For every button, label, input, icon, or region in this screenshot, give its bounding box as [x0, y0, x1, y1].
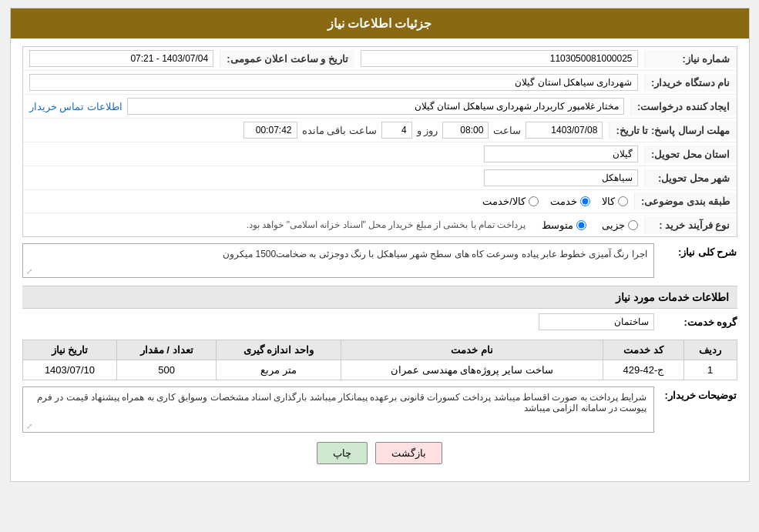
shahr-input[interactable]	[484, 169, 638, 186]
chap-button[interactable]: چاپ	[317, 442, 368, 464]
ejadkonande-row: ایجاد کننده درخواست: اطلاعات تماس خریدار	[23, 95, 737, 119]
radio-kala-label: کالا	[602, 196, 615, 207]
button-group: بازگشت چاپ	[22, 433, 737, 473]
sharh-section: شرح کلی نیاز: اجرا رنگ آمیزی خطوط عابر پ…	[22, 243, 737, 278]
rooz-input[interactable]	[381, 122, 412, 139]
shahr-row: شهر محل تحویل:	[23, 166, 737, 190]
radio-kala-input[interactable]	[618, 196, 628, 206]
shomare-niaz-input[interactable]	[361, 50, 638, 67]
radio-motavasset-label: متوسط	[542, 219, 573, 231]
radio-jazei: جزیی	[602, 219, 638, 231]
garoh-input[interactable]	[539, 313, 654, 330]
ejadkonande-input[interactable]	[127, 98, 624, 115]
table-header-row: ردیف کد خدمت نام خدمت واحد اندازه گیری ت…	[22, 340, 737, 360]
ostand-label: استان محل تحویل:	[644, 146, 737, 163]
shomare-row: شماره نیاز: تاریخ و ساعت اعلان عمومی:	[23, 47, 737, 71]
cell-kod: ج-42-429	[603, 360, 684, 380]
tabaqe-row: طبقه بندی موضوعی: کالا خدمت	[23, 190, 737, 213]
cell-nam: ساخت سایر پروژه‌های مهندسی عمران	[341, 360, 603, 380]
radio-kala-khadamat: کالا/خدمت	[482, 196, 539, 207]
radio-motavasset: متوسط	[542, 219, 586, 231]
saat-input[interactable]	[442, 122, 489, 139]
resize-icon: ⤢	[26, 267, 32, 276]
process-type-row: جزیی متوسط پرداخت تمام یا بخشی از مبلغ خ…	[29, 219, 638, 231]
noe-farayand-label: نوع فرآیند خرید :	[644, 216, 737, 234]
sharh-text: اجرا رنگ آمیزی خطوط عابر پیاده وسرعت کاه…	[223, 249, 646, 259]
ostand-value	[23, 142, 644, 166]
col-vahed: واحد اندازه گیری	[216, 340, 341, 360]
table-row: 1 ج-42-429 ساخت سایر پروژه‌های مهندسی عم…	[22, 360, 737, 380]
tabaqe-radio-group: کالا خدمت کالا/خدمت	[29, 196, 628, 207]
bazgasht-button[interactable]: بازگشت	[375, 442, 442, 464]
info-section: شماره نیاز: تاریخ و ساعت اعلان عمومی: نا…	[22, 46, 737, 237]
table-head: ردیف کد خدمت نام خدمت واحد اندازه گیری ت…	[22, 340, 737, 360]
noe-farayand-value: جزیی متوسط پرداخت تمام یا بخشی از مبلغ خ…	[23, 216, 644, 234]
col-tedad: تعداد / مقدار	[117, 340, 216, 360]
garoh-row: گروه خدمت:	[22, 309, 737, 335]
tozihat-box: شرایط پرداخت به صورت اقساط میباشد پرداخت…	[22, 386, 654, 433]
radio-jazei-label: جزیی	[602, 219, 625, 231]
tarikh-saat-elan-value	[23, 47, 220, 70]
ostand-input[interactable]	[484, 146, 638, 162]
cell-tarikh: 1403/07/10	[22, 360, 117, 380]
page-title: جزئیات اطلاعات نیاز	[11, 8, 749, 38]
noe-farayand-note: پرداخت تمام یا بخشی از مبلغ خریدار محل "…	[247, 219, 526, 230]
tarikh-input[interactable]	[526, 122, 603, 139]
radio-kalakhadamat-input[interactable]	[529, 196, 539, 206]
shahr-label: شهر محل تحویل:	[644, 169, 737, 187]
noe-farayand-row: نوع فرآیند خرید : جزیی متوسط پرداخت تمام…	[23, 213, 737, 236]
mohlat-value-cell: ساعت روز و ساعت باقی مانده	[23, 119, 610, 142]
tozihat-label: توضیحات خریدار:	[660, 386, 737, 401]
radio-khadamat-label: خدمت	[550, 196, 577, 207]
saatbaqi-input[interactable]	[243, 122, 297, 139]
cell-tedad: 500	[117, 360, 216, 380]
garoh-label: گروه خدمت:	[660, 316, 737, 328]
ejadkonande-inline: اطلاعات تماس خریدار	[29, 98, 624, 115]
tarikh-saat-elan-input[interactable]	[29, 50, 214, 67]
tabaqe-label: طبقه بندی موضوعی:	[634, 192, 737, 210]
shomare-niaz-label: شماره نیاز:	[644, 50, 737, 68]
sharh-box: اجرا رنگ آمیزی خطوط عابر پیاده وسرعت کاه…	[22, 243, 654, 278]
namdastgah-label: نام دستگاه خریدار:	[644, 74, 737, 92]
ostand-row: استان محل تحویل:	[23, 142, 737, 166]
sharh-label: شرح کلی نیاز:	[660, 243, 737, 258]
page-wrapper: جزئیات اطلاعات نیاز شماره نیاز: تاریخ و …	[10, 8, 750, 482]
ejadkonande-label: ایجاد کننده درخواست:	[630, 98, 737, 115]
saatbaqi-label: ساعت باقی مانده	[302, 125, 377, 136]
col-nam: نام خدمت	[341, 340, 603, 360]
mohlat-row: مهلت ارسال پاسخ: تا تاریخ: ساعت روز و سا…	[23, 119, 737, 142]
tabaqe-value: کالا خدمت کالا/خدمت	[23, 192, 634, 210]
rooz-label: روز و	[417, 125, 438, 136]
mohlat-label: مهلت ارسال پاسخ: تا تاریخ:	[609, 122, 736, 139]
content-area: شماره نیاز: تاریخ و ساعت اعلان عمومی: نا…	[11, 38, 749, 481]
radio-kala: کالا	[602, 196, 628, 207]
radio-jazei-input[interactable]	[628, 220, 638, 230]
radio-khadamat-input[interactable]	[580, 196, 590, 206]
col-kod: کد خدمت	[603, 340, 684, 360]
cell-vahed: متر مربع	[216, 360, 341, 380]
etelaattamas-link[interactable]: اطلاعات تماس خریدار	[29, 101, 123, 112]
radio-khadamat: خدمت	[550, 196, 590, 207]
col-radif: ردیف	[683, 340, 737, 360]
radio-motavasset-input[interactable]	[576, 220, 586, 230]
saat-label: ساعت	[493, 125, 521, 136]
services-table: ردیف کد خدمت نام خدمت واحد اندازه گیری ت…	[22, 340, 737, 380]
cell-radif: 1	[683, 360, 737, 380]
shomare-niaz-value	[354, 47, 644, 70]
namdastgah-input[interactable]	[29, 74, 638, 91]
radio-kalakhadamat-label: کالا/خدمت	[482, 196, 526, 207]
shahr-value	[23, 166, 644, 189]
mohlat-inline: ساعت روز و ساعت باقی مانده	[29, 122, 603, 139]
tarikh-saat-elan-label: تاریخ و ساعت اعلان عمومی:	[220, 50, 354, 68]
khadamat-section-title: اطلاعات خدمات مورد نیاز	[22, 286, 737, 309]
sharh-value-wrapper: اجرا رنگ آمیزی خطوط عابر پیاده وسرعت کاه…	[22, 243, 654, 278]
tozihat-resize-icon: ⤢	[26, 422, 32, 430]
ejadkonande-value-cell: اطلاعات تماس خریدار	[23, 95, 630, 118]
tozihat-value-wrapper: شرایط پرداخت به صورت اقساط میباشد پرداخت…	[22, 386, 654, 433]
tozihat-section: توضیحات خریدار: شرایط پرداخت به صورت اقس…	[22, 386, 737, 433]
table-body: 1 ج-42-429 ساخت سایر پروژه‌های مهندسی عم…	[22, 360, 737, 380]
tozihat-text: شرایط پرداخت به صورت اقساط میباشد پرداخت…	[37, 392, 646, 413]
col-tarikh: تاریخ نیاز	[22, 340, 117, 360]
namdastgah-value	[23, 71, 644, 94]
namdastgah-row: نام دستگاه خریدار:	[23, 71, 737, 95]
